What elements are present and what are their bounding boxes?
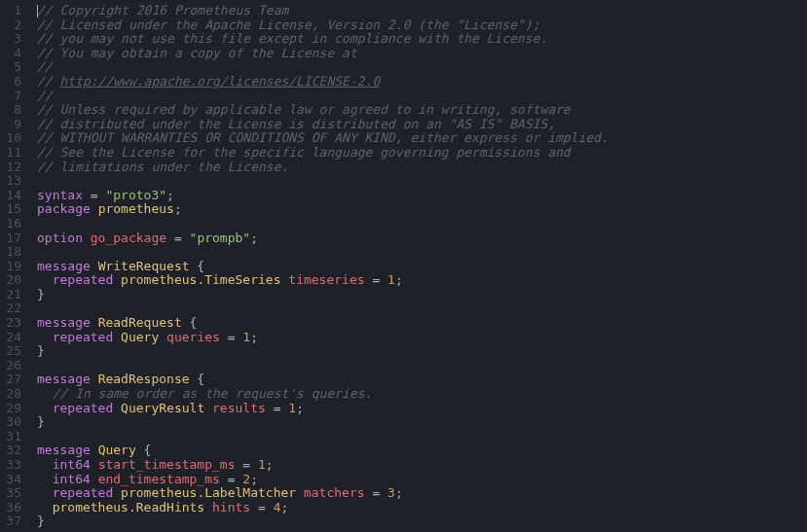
token-comment: // Unless required by applicable law or … [37,102,570,117]
token-punct: = [220,330,242,344]
token-ident: end_timestamp_ms [98,472,220,486]
token-comment: // See the License for the specific lang… [37,145,570,160]
token-punct: ; [395,485,403,500]
code-editor-area[interactable]: // Copyright 2016 Prometheus Team// Lice… [31,0,807,532]
line-number: 35 [6,486,21,501]
code-line[interactable]: // distributed under the License is dist… [37,118,807,132]
line-number: 16 [6,217,21,231]
token-punct: = [266,401,288,415]
line-number: 18 [6,245,21,260]
code-line[interactable] [37,217,807,231]
token-type: QueryResult [121,401,204,415]
token-punct [91,443,98,457]
token-comment: // [37,59,53,74]
code-line[interactable] [37,430,807,444]
code-line[interactable]: repeated prometheus.TimeSeries timeserie… [37,273,807,288]
code-line[interactable]: // You may obtain a copy of the License … [37,47,807,61]
token-punct [159,330,166,344]
code-line[interactable]: // limitations under the License. [37,160,807,175]
code-line[interactable] [37,359,807,373]
line-number: 17 [6,231,21,246]
code-line[interactable]: // http://www.apache.org/licenses/LICENS… [37,75,807,89]
token-punct [37,485,53,500]
token-punct [113,485,121,500]
code-line[interactable]: int64 end_timestamp_ms = 2; [37,473,807,487]
code-line[interactable]: message ReadRequest { [37,316,807,331]
code-line[interactable]: prometheus.ReadHints hints = 4; [37,501,807,515]
code-line[interactable] [37,245,807,260]
code-line[interactable]: int64 start_timestamp_ms = 1; [37,458,807,473]
line-number: 26 [6,359,21,373]
code-line[interactable]: message ReadResponse { [37,372,807,387]
code-line[interactable]: } [37,344,807,359]
line-number: 32 [6,443,21,458]
token-ident: timeseries [288,272,364,287]
line-number: 29 [6,402,21,416]
line-number: 7 [6,89,21,104]
code-line[interactable]: // [37,60,807,75]
token-ident: hints [212,500,250,514]
line-number-gutter: 1234567891011121314151617181920212223242… [0,0,31,532]
code-line[interactable]: // you may not use this file except in c… [37,32,807,47]
token-punct [37,457,53,472]
token-type: prometheus.TimeSeries [121,272,280,287]
token-punct [91,457,98,472]
token-comment: // Copyright 2016 Prometheus Team [37,3,288,18]
token-keyword: message [37,259,91,273]
line-number: 24 [6,331,21,345]
code-line[interactable]: } [37,514,807,529]
line-number: 13 [6,174,21,189]
token-ident: go_package [91,231,166,245]
code-line[interactable]: repeated QueryResult results = 1; [37,402,807,416]
token-punct: ; [395,272,403,287]
code-line[interactable] [37,174,807,189]
token-punct [37,401,53,415]
line-number: 27 [6,372,21,387]
line-number: 15 [6,202,21,217]
line-number: 37 [6,514,21,529]
token-ident: results [212,401,266,415]
line-number: 19 [6,260,21,274]
code-line[interactable]: // Unless required by applicable law or … [37,103,807,118]
code-line[interactable]: // Licensed under the Apache License, Ve… [37,18,807,33]
token-punct [113,272,121,287]
token-punct: { [182,315,198,330]
code-line[interactable]: // [37,89,807,104]
code-line[interactable]: // WITHOUT WARRANTIES OR CONDITIONS OF A… [37,131,807,146]
code-line[interactable]: // Copyright 2016 Prometheus Team [37,4,807,18]
token-punct [91,259,98,273]
code-line[interactable]: repeated Query queries = 1; [37,331,807,345]
code-line[interactable]: // See the License for the specific lang… [37,146,807,160]
line-number: 4 [6,47,21,61]
line-number: 1 [6,4,21,18]
code-line[interactable]: // In same order as the request's querie… [37,387,807,402]
code-line[interactable]: repeated prometheus.LabelMatcher matcher… [37,486,807,501]
token-number: 2 [242,472,250,486]
token-type: prometheus.ReadHints [53,500,205,514]
token-keyword: message [37,443,91,457]
token-punct [37,272,53,287]
code-line[interactable]: } [37,288,807,302]
code-line[interactable] [37,301,807,316]
token-punct: } [37,514,45,528]
code-line[interactable]: message Query { [37,443,807,458]
token-punct: ; [266,457,274,472]
code-line[interactable]: option go_package = "prompb"; [37,231,807,246]
token-ident: queries [166,330,220,344]
line-number: 2 [6,18,21,33]
code-line[interactable]: } [37,415,807,430]
line-number: 6 [6,75,21,89]
token-number: 1 [242,330,250,344]
token-comment: // Licensed under the Apache License, Ve… [37,18,540,32]
line-number: 23 [6,316,21,331]
code-line[interactable]: syntax = "proto3"; [37,189,807,203]
token-type: Query [98,443,136,457]
token-punct: } [37,343,45,358]
token-keyword: int64 [53,457,91,472]
code-line[interactable]: package prometheus; [37,202,807,217]
token-punct: = [365,272,387,287]
code-line[interactable]: message WriteRequest { [37,260,807,274]
token-keyword: message [37,372,91,386]
line-number: 30 [6,415,21,430]
token-keyword: int64 [53,472,91,486]
